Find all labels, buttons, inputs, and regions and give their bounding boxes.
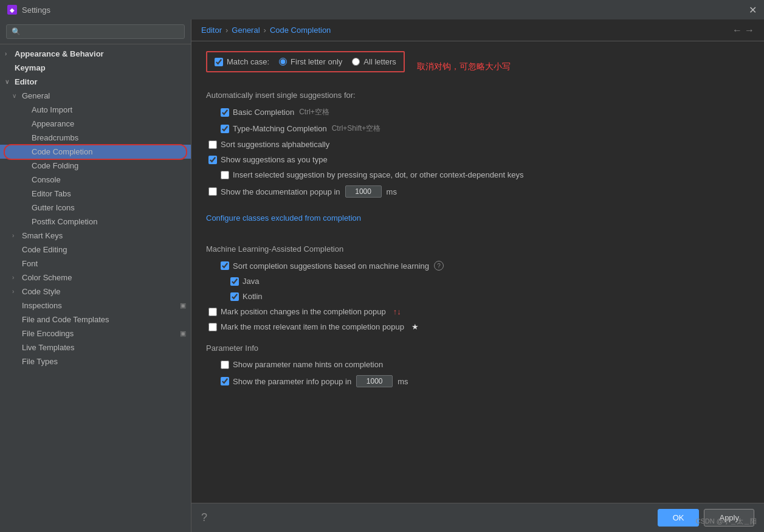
sidebar-item-color-scheme[interactable]: › Color Scheme	[0, 271, 191, 285]
kotlin-row: Kotlin	[206, 292, 749, 301]
insert-by-space-row: Insert selected suggestion by pressing s…	[206, 170, 749, 179]
sort-ml-checkbox[interactable]	[221, 261, 229, 270]
all-letters-radio[interactable]	[352, 58, 360, 66]
type-matching-label[interactable]: Type-Matching Completion	[221, 124, 327, 133]
sidebar-item-postfix-completion[interactable]: Postfix Completion	[0, 215, 191, 229]
help-icon-ml[interactable]: ?	[434, 261, 444, 271]
doc-popup-value[interactable]	[345, 185, 382, 198]
basic-completion-checkbox[interactable]	[221, 108, 229, 117]
settings-window: ◆ Settings ✕ › Appearance & Behavior Ke	[0, 0, 764, 532]
sidebar-item-code-completion[interactable]: Code Completion	[0, 145, 191, 159]
sidebar-item-smart-keys[interactable]: › Smart Keys	[0, 229, 191, 243]
close-button[interactable]: ✕	[749, 4, 757, 16]
show-as-you-type-label[interactable]: Show suggestions as you type	[208, 155, 328, 164]
java-checkbox[interactable]	[230, 277, 239, 286]
ok-button[interactable]: OK	[658, 509, 700, 527]
sort-ml-row: Sort completion suggestions based on mac…	[206, 261, 749, 271]
match-case-checkbox-label[interactable]: Match case:	[215, 57, 269, 66]
mark-position-checkbox[interactable]	[208, 308, 217, 316]
back-button[interactable]: ←	[732, 25, 742, 36]
java-label[interactable]: Java	[230, 277, 259, 286]
expand-arrow: ›	[12, 288, 19, 295]
sidebar-item-file-code-templates[interactable]: File and Code Templates	[0, 313, 191, 326]
arrows-icon: ↑↓	[393, 307, 401, 316]
kotlin-checkbox[interactable]	[230, 292, 239, 301]
sidebar-item-console[interactable]: Console	[0, 173, 191, 187]
type-matching-checkbox[interactable]	[221, 125, 229, 133]
sidebar-item-inspections[interactable]: Inspections ▣	[0, 299, 191, 313]
show-as-you-type-checkbox[interactable]	[208, 156, 217, 164]
popup-value[interactable]	[356, 375, 393, 387]
first-letter-radio-label[interactable]: First letter only	[279, 57, 342, 66]
show-hints-checkbox[interactable]	[221, 361, 229, 369]
show-as-you-type-row: Show suggestions as you type	[206, 155, 749, 164]
match-case-annotation: 取消对钩，可忽略大小写	[417, 61, 511, 72]
search-input[interactable]	[6, 24, 185, 39]
sidebar-label: Font	[22, 259, 38, 268]
breadcrumb-code-completion[interactable]: Code Completion	[270, 26, 331, 35]
watermark: CSDN @小＿太＿阳	[696, 517, 757, 526]
sidebar-item-gutter-icons[interactable]: Gutter Icons	[0, 201, 191, 215]
sidebar-item-appearance-behavior[interactable]: › Appearance & Behavior	[0, 47, 191, 61]
sidebar-item-breadcrumbs[interactable]: Breadcrumbs	[0, 131, 191, 145]
sort-alpha-label[interactable]: Sort suggestions alphabetically	[208, 140, 329, 149]
basic-completion-text: Basic Completion	[233, 108, 294, 117]
auto-insert-section: Automatically insert single suggestions …	[206, 91, 749, 198]
sidebar-item-appearance[interactable]: Appearance	[0, 117, 191, 131]
breadcrumb-editor[interactable]: Editor	[201, 26, 222, 35]
sort-alpha-row: Sort suggestions alphabetically	[206, 140, 749, 149]
sort-ml-label[interactable]: Sort completion suggestions based on mac…	[221, 261, 429, 271]
breadcrumb-general[interactable]: General	[232, 26, 260, 35]
sidebar-item-general[interactable]: ∨ General	[0, 89, 191, 103]
sidebar-item-file-types[interactable]: File Types	[0, 354, 191, 368]
show-doc-popup-label[interactable]: Show the documentation popup in	[208, 187, 340, 196]
kotlin-label[interactable]: Kotlin	[230, 292, 263, 301]
sidebar-item-live-templates[interactable]: Live Templates	[0, 340, 191, 354]
mark-relevant-text: Mark the most relevant item in the compl…	[221, 322, 404, 331]
sidebar-item-font[interactable]: Font	[0, 257, 191, 271]
kotlin-text: Kotlin	[243, 292, 263, 301]
show-popup-row: Show the parameter info popup in ms	[206, 375, 749, 387]
show-doc-popup-checkbox[interactable]	[208, 187, 217, 196]
show-hints-label[interactable]: Show parameter name hints on completion	[221, 360, 383, 369]
sidebar-item-keymap[interactable]: Keymap	[0, 61, 191, 75]
show-popup-checkbox[interactable]	[221, 377, 229, 385]
show-popup-text: Show the parameter info popup in	[233, 377, 351, 386]
sort-alpha-checkbox[interactable]	[208, 140, 217, 149]
sidebar-tree: › Appearance & Behavior Keymap ∨ Editor …	[0, 44, 191, 532]
all-letters-label: All letters	[363, 57, 396, 66]
show-popup-label[interactable]: Show the parameter info popup in	[221, 377, 351, 386]
java-text: Java	[243, 277, 259, 286]
mark-relevant-checkbox[interactable]	[208, 323, 217, 331]
sidebar-label: File Encodings	[22, 329, 74, 338]
sidebar-item-file-encodings[interactable]: File Encodings ▣	[0, 326, 191, 340]
sidebar-item-auto-import[interactable]: Auto Import	[0, 103, 191, 117]
breadcrumb-sep1: ›	[225, 26, 228, 35]
main-content: › Appearance & Behavior Keymap ∨ Editor …	[0, 19, 764, 532]
sidebar-label: Auto Import	[32, 105, 72, 114]
badge-file-encodings: ▣	[180, 330, 186, 337]
ml-title: Machine Learning-Assisted Completion	[206, 244, 749, 254]
sidebar-label: Smart Keys	[22, 231, 63, 240]
insert-by-space-checkbox[interactable]	[221, 171, 229, 179]
sidebar-label: Appearance	[32, 119, 74, 128]
sidebar-label: General	[22, 91, 50, 100]
sidebar-item-editor[interactable]: ∨ Editor	[0, 75, 191, 89]
basic-completion-label[interactable]: Basic Completion	[221, 108, 294, 117]
configure-link[interactable]: Configure classes excluded from completi…	[206, 213, 361, 223]
forward-button[interactable]: →	[745, 25, 754, 36]
all-letters-radio-label[interactable]: All letters	[352, 57, 396, 66]
sidebar-label: Breadcrumbs	[32, 133, 78, 142]
sidebar-item-code-style[interactable]: › Code Style	[0, 285, 191, 299]
mark-relevant-label[interactable]: Mark the most relevant item in the compl…	[208, 322, 404, 331]
type-matching-row: Type-Matching Completion Ctrl+Shift+空格	[206, 123, 749, 134]
mark-position-label[interactable]: Mark position changes in the completion …	[208, 307, 386, 316]
sidebar-item-code-folding[interactable]: Code Folding	[0, 159, 191, 173]
sidebar-item-editor-tabs[interactable]: Editor Tabs	[0, 187, 191, 201]
match-case-checkbox[interactable]	[215, 58, 223, 66]
insert-by-space-label[interactable]: Insert selected suggestion by pressing s…	[221, 170, 523, 179]
first-letter-radio[interactable]	[279, 58, 287, 66]
sidebar-label: Code Folding	[32, 161, 78, 170]
sidebar-item-code-editing[interactable]: Code Editing	[0, 243, 191, 257]
help-button[interactable]: ?	[201, 511, 207, 524]
